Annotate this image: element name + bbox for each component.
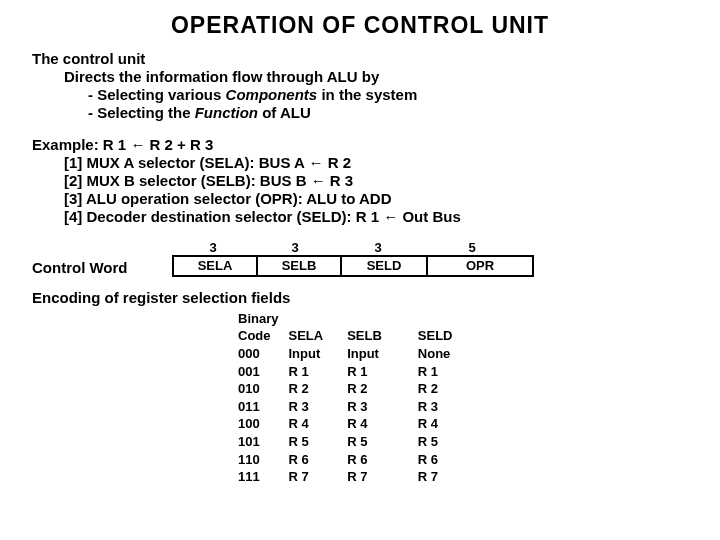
enc-code: 101 xyxy=(234,434,282,450)
enc-head-selb: SELB xyxy=(329,328,386,344)
step-3: [3] ALU operation selector (OPR): ALU to… xyxy=(32,190,688,208)
enc-sela: R 6 xyxy=(284,452,327,468)
enc-sela: R 7 xyxy=(284,469,327,485)
step-4b: Out Bus xyxy=(398,208,461,225)
encoding-row: 000InputInputNone xyxy=(234,346,456,362)
intro-line-4-function: Function xyxy=(195,104,258,121)
encoding-heading: Encoding of register selection fields xyxy=(32,289,688,307)
encoding-row: 100R 4R 4R 4 xyxy=(234,416,456,432)
cw-field-seld: SELD xyxy=(341,256,427,276)
enc-code: 001 xyxy=(234,364,282,380)
encoding-row: 010R 2R 2R 2 xyxy=(234,381,456,397)
enc-selb: R 5 xyxy=(329,434,386,450)
encoding-row: 011R 3R 3R 3 xyxy=(234,399,456,415)
enc-head-code: Code xyxy=(234,328,282,344)
cw-bits-3: 5 xyxy=(420,240,524,256)
encoding-row: 111R 7R 7R 7 xyxy=(234,469,456,485)
enc-seld: R 3 xyxy=(388,399,457,415)
left-arrow-icon: ← xyxy=(383,208,398,225)
enc-code: 000 xyxy=(234,346,282,362)
cw-bits-1: 3 xyxy=(254,240,336,256)
enc-seld: None xyxy=(388,346,457,362)
encoding-row: 101R 5R 5R 5 xyxy=(234,434,456,450)
encoding-header-row-1: Binary xyxy=(234,311,456,327)
intro-line-3a: - Selecting various xyxy=(88,86,226,103)
intro-line-3c: in the system xyxy=(317,86,417,103)
enc-selb: R 3 xyxy=(329,399,386,415)
enc-seld: R 4 xyxy=(388,416,457,432)
enc-code: 111 xyxy=(234,469,282,485)
example-label: Example: R 1 xyxy=(32,136,130,153)
example-rhs: R 2 + R 3 xyxy=(145,136,213,153)
enc-sela: R 5 xyxy=(284,434,327,450)
enc-head-binary: Binary xyxy=(234,311,282,327)
enc-selb: R 7 xyxy=(329,469,386,485)
left-arrow-icon: ← xyxy=(130,136,145,153)
left-arrow-icon: ← xyxy=(311,172,326,189)
enc-code: 010 xyxy=(234,381,282,397)
enc-selb: R 2 xyxy=(329,381,386,397)
control-word-bits-row: 3 3 3 5 xyxy=(172,240,524,256)
enc-code: 011 xyxy=(234,399,282,415)
step-1a: [1] MUX A selector (SELA): BUS A xyxy=(64,154,308,171)
intro-line-4a: - Selecting the xyxy=(88,104,195,121)
intro-line-3: - Selecting various Components in the sy… xyxy=(32,86,688,104)
enc-head-sela: SELA xyxy=(284,328,327,344)
enc-selb: R 1 xyxy=(329,364,386,380)
step-1b: R 2 xyxy=(323,154,351,171)
example-block: Example: R 1 ← R 2 + R 3 [1] MUX A selec… xyxy=(32,136,688,226)
cw-field-opr: OPR xyxy=(427,256,533,276)
example-header: Example: R 1 ← R 2 + R 3 xyxy=(32,136,688,154)
enc-seld: R 6 xyxy=(388,452,457,468)
encoding-row: 001R 1R 1R 1 xyxy=(234,364,456,380)
step-2b: R 3 xyxy=(326,172,354,189)
step-2a: [2] MUX B selector (SELB): BUS B xyxy=(64,172,311,189)
step-4: [4] Decoder destination selector (SELD):… xyxy=(32,208,688,226)
enc-sela: R 4 xyxy=(284,416,327,432)
encoding-table-wrap: Binary Code SELA SELB SELD 000InputInput… xyxy=(232,309,688,487)
page-title: OPERATION OF CONTROL UNIT xyxy=(32,12,688,40)
enc-selb: R 4 xyxy=(329,416,386,432)
enc-selb: R 6 xyxy=(329,452,386,468)
enc-sela: R 1 xyxy=(284,364,327,380)
enc-selb: Input xyxy=(329,346,386,362)
control-word-label: Control Word xyxy=(32,259,172,277)
encoding-table: Binary Code SELA SELB SELD 000InputInput… xyxy=(232,309,458,487)
cw-bits-0: 3 xyxy=(172,240,254,256)
enc-code: 100 xyxy=(234,416,282,432)
enc-seld: R 2 xyxy=(388,381,457,397)
cw-field-sela: SELA xyxy=(173,256,257,276)
intro-line-1: The control unit xyxy=(32,50,688,68)
intro-line-4: - Selecting the Function of ALU xyxy=(32,104,688,122)
step-1: [1] MUX A selector (SELA): BUS A ← R 2 xyxy=(32,154,688,172)
enc-code: 110 xyxy=(234,452,282,468)
step-2: [2] MUX B selector (SELB): BUS B ← R 3 xyxy=(32,172,688,190)
encoding-row: 110R 6R 6R 6 xyxy=(234,452,456,468)
intro-line-3-components: Components xyxy=(226,86,318,103)
enc-seld: R 7 xyxy=(388,469,457,485)
control-word-fields-row: SELA SELB SELD OPR xyxy=(172,255,534,277)
cw-field-selb: SELB xyxy=(257,256,341,276)
cw-bits-2: 3 xyxy=(336,240,420,256)
enc-head-seld: SELD xyxy=(388,328,457,344)
enc-seld: R 5 xyxy=(388,434,457,450)
intro-block: The control unit Directs the information… xyxy=(32,50,688,122)
enc-seld: R 1 xyxy=(388,364,457,380)
enc-sela: Input xyxy=(284,346,327,362)
enc-sela: R 3 xyxy=(284,399,327,415)
enc-sela: R 2 xyxy=(284,381,327,397)
intro-line-2: Directs the information flow through ALU… xyxy=(32,68,688,86)
intro-line-4c: of ALU xyxy=(258,104,311,121)
step-4a: [4] Decoder destination selector (SELD):… xyxy=(64,208,383,225)
encoding-header-row-2: Code SELA SELB SELD xyxy=(234,328,456,344)
control-word-row: Control Word 3 3 3 5 SELA SELB SELD OPR xyxy=(32,240,688,277)
left-arrow-icon: ← xyxy=(308,154,323,171)
control-word-table: 3 3 3 5 SELA SELB SELD OPR xyxy=(172,240,534,277)
